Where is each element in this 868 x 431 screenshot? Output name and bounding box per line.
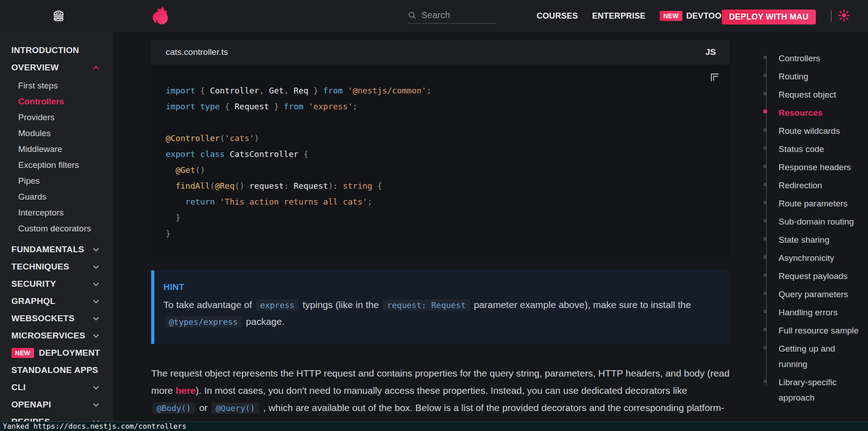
sidebar-item[interactable]: FUNDAMENTALS bbox=[0, 241, 113, 258]
toc-marker-dot bbox=[764, 183, 767, 186]
sidebar-item[interactable]: Middleware bbox=[0, 141, 113, 157]
code-line: import { Controller, Get, Req } from '@n… bbox=[166, 83, 715, 98]
sidebar-item[interactable]: OVERVIEW bbox=[0, 59, 113, 76]
code-filename: cats.controller.ts bbox=[166, 47, 228, 57]
header-nav-item[interactable]: COURSES bbox=[537, 11, 578, 21]
theme-toggle-sun-icon[interactable] bbox=[836, 8, 852, 24]
code-line: @Get() bbox=[166, 162, 715, 178]
chevron-icon bbox=[93, 315, 99, 321]
chevron-icon bbox=[93, 263, 99, 269]
status-bar-text: Yanked https://docs.nestjs.com/controlle… bbox=[3, 422, 187, 431]
toc-item[interactable]: Route wildcards bbox=[779, 122, 860, 140]
sidebar-item[interactable]: Interceptors bbox=[0, 205, 113, 220]
toc-item-label: Handling errors bbox=[779, 308, 838, 317]
toc-item-label: Getting up and running bbox=[779, 344, 835, 369]
sidebar-item[interactable]: Guards bbox=[0, 189, 113, 205]
toc-item-label: Controllers bbox=[779, 54, 820, 63]
toc-item[interactable]: Sub-domain routing bbox=[779, 213, 860, 231]
toc-marker-dot bbox=[764, 92, 767, 95]
toc-item[interactable]: Getting up and running bbox=[779, 340, 860, 373]
sidebar-item[interactable]: STANDALONE APPS bbox=[0, 362, 113, 379]
toc-item-label: Routing bbox=[779, 72, 809, 81]
sidebar-item-label: Controllers bbox=[18, 97, 64, 107]
code-body: import { Controller, Get, Req } from '@n… bbox=[151, 64, 730, 255]
sidebar-item[interactable]: RECIPES bbox=[0, 413, 113, 421]
deploy-with-mau-button[interactable]: DEPLOY WITH MAU bbox=[722, 10, 816, 24]
sidebar-item[interactable]: OPENAPI bbox=[0, 396, 113, 413]
toc-item[interactable]: Resources bbox=[779, 104, 860, 122]
sidebar-item[interactable]: SECURITY bbox=[0, 275, 113, 293]
code-line: import type { Request } from 'express'; bbox=[166, 98, 715, 114]
toc-item[interactable]: Request payloads bbox=[779, 267, 860, 285]
code-block-header: cats.controller.ts JS bbox=[151, 40, 730, 64]
sidebar-item[interactable]: Providers bbox=[0, 109, 113, 125]
chevron-icon bbox=[93, 298, 99, 304]
sidebar-item[interactable]: CLI bbox=[0, 379, 113, 396]
toc-marker-dot bbox=[764, 346, 767, 349]
toc-item-label: Query parameters bbox=[779, 289, 848, 299]
toc-marker-dot bbox=[764, 237, 767, 240]
code-line: } bbox=[166, 210, 715, 225]
sidebar-item-label: Custom decorators bbox=[18, 224, 91, 234]
toc-item[interactable]: Response headers bbox=[779, 158, 860, 176]
toc-item[interactable]: Redirection bbox=[779, 176, 860, 195]
sidebar-item-label: OVERVIEW bbox=[11, 63, 59, 73]
toc-item[interactable]: State sharing bbox=[779, 231, 860, 249]
header-nav-item[interactable]: ENTERPRISE bbox=[592, 11, 646, 21]
toc-item[interactable]: Handling errors bbox=[779, 304, 860, 322]
code-line: @Controller('cats') bbox=[166, 130, 715, 146]
toc-item-label: Asynchronicity bbox=[779, 253, 834, 263]
toc-list: Controllers Routing Request object Resou… bbox=[764, 49, 860, 407]
sidebar-item[interactable]: GRAPHQL bbox=[0, 293, 113, 310]
sidebar-item-label: WEBSOCKETS bbox=[11, 313, 74, 323]
search-icon bbox=[407, 10, 417, 20]
nav-item-label: ENTERPRISE bbox=[592, 11, 646, 21]
sidebar-item-label: GRAPHQL bbox=[11, 296, 55, 306]
sidebar-item[interactable]: TECHNIQUES bbox=[0, 258, 113, 275]
toc-marker-dot bbox=[764, 255, 767, 259]
toc-marker-dot bbox=[764, 128, 767, 132]
sidebar-item[interactable]: Pipes bbox=[0, 173, 113, 189]
toc-item-label: State sharing bbox=[779, 235, 829, 245]
toc-item[interactable]: Status code bbox=[779, 140, 860, 158]
sidebar-item[interactable]: NEW DEPLOYMENT bbox=[0, 344, 113, 362]
header-nav-item[interactable]: NEW DEVTOOLS bbox=[660, 11, 732, 21]
toc-item[interactable]: Query parameters bbox=[779, 285, 860, 304]
chevron-icon bbox=[93, 246, 99, 252]
toc-item-label: Redirection bbox=[779, 181, 822, 190]
inline-link[interactable]: here bbox=[176, 385, 196, 396]
hint-text: To take advantage of express typings (li… bbox=[163, 297, 716, 330]
sidebar-item-label: STANDALONE APPS bbox=[11, 365, 98, 375]
sidebar-item[interactable]: First steps bbox=[0, 78, 113, 93]
sidebar-item[interactable]: Modules bbox=[0, 125, 113, 141]
toc-item[interactable]: Controllers bbox=[779, 49, 860, 68]
toc-item[interactable]: Asynchronicity bbox=[779, 249, 860, 267]
main-content: cats.controller.ts JS import { Controlle… bbox=[151, 32, 730, 431]
language-toggle-js[interactable]: JS bbox=[705, 47, 716, 57]
toc-item[interactable]: Library-specific approach bbox=[779, 373, 860, 407]
nestjs-cat-logo[interactable] bbox=[150, 5, 172, 27]
sidebar-item-label: Exception filters bbox=[18, 160, 79, 170]
search-input[interactable] bbox=[421, 10, 489, 20]
sidebar-item[interactable]: Controllers bbox=[0, 93, 113, 109]
toc-item[interactable]: Full resource sample bbox=[779, 322, 860, 340]
new-badge: NEW bbox=[11, 348, 34, 358]
header-nav: COURSES ENTERPRISE NEW DEVTOOLS bbox=[537, 0, 732, 32]
toc-item[interactable]: Route parameters bbox=[779, 195, 860, 213]
code-line: return 'This action returns all cats'; bbox=[166, 194, 715, 210]
sidebar-item[interactable]: MICROSERVICES bbox=[0, 327, 113, 344]
copy-icon[interactable] bbox=[711, 73, 719, 81]
sidebar-item[interactable]: Custom decorators bbox=[0, 220, 113, 236]
sidebar-item[interactable]: INTRODUCTION bbox=[0, 42, 113, 59]
toc-item-label: Route parameters bbox=[779, 199, 848, 208]
toc-item-label: Request object bbox=[779, 90, 836, 99]
sidebar-item-label: Guards bbox=[18, 192, 46, 202]
sidebar-item[interactable]: Exception filters bbox=[0, 157, 113, 173]
sidebar-item[interactable]: WEBSOCKETS bbox=[0, 310, 113, 327]
toc-item[interactable]: Routing bbox=[779, 68, 860, 86]
sidebar-item-label: Middleware bbox=[18, 144, 62, 154]
sidebar-item-label: MICROSERVICES bbox=[11, 331, 85, 341]
hamburger-menu-icon[interactable] bbox=[51, 9, 66, 24]
toc-item[interactable]: Request object bbox=[779, 86, 860, 104]
sidebar-item-label: SECURITY bbox=[11, 279, 56, 289]
